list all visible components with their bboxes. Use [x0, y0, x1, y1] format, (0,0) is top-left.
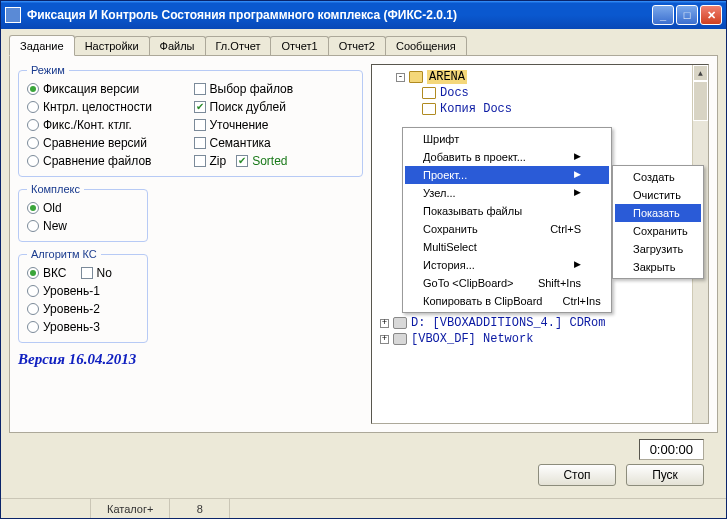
- submenu-arrow-icon: ▶: [574, 169, 581, 181]
- tab-settings[interactable]: Настройки: [74, 36, 150, 55]
- check-zip[interactable]: Zip: [194, 154, 227, 168]
- tab-panel-task: Режим Фиксация версии Выбор файлов Кнтрл…: [9, 55, 718, 433]
- mi-history[interactable]: История...▶: [405, 256, 609, 274]
- radio-compare-files[interactable]: Сравнение файлов: [27, 154, 188, 168]
- client-area: Задание Настройки Файлы Гл.Отчет Отчет1 …: [1, 29, 726, 498]
- radio-komplex-old[interactable]: Old: [27, 201, 139, 215]
- radio-fix-version[interactable]: Фиксация версии: [27, 82, 188, 96]
- submenu-arrow-icon: ▶: [574, 151, 581, 163]
- group-komplex-title: Комплекс: [27, 183, 84, 195]
- context-submenu-project: Создать Очистить Показать Сохранить Загр…: [612, 165, 704, 279]
- statusbar: Каталог+ 8: [1, 498, 726, 518]
- radio-compare-versions[interactable]: Сравнение версий: [27, 136, 188, 150]
- tree-node-network[interactable]: + [VBOX_DF] Network: [374, 331, 706, 347]
- tab-messages[interactable]: Сообщения: [385, 36, 467, 55]
- smi-load[interactable]: Загрузить: [615, 240, 701, 258]
- bottom-bar: 0:00:00 Стоп Пуск: [9, 433, 718, 494]
- window-title: Фиксация И Контроль Состояния программно…: [27, 8, 652, 22]
- tab-main-report[interactable]: Гл.Отчет: [205, 36, 272, 55]
- start-button[interactable]: Пуск: [626, 464, 704, 486]
- group-mode-title: Режим: [27, 64, 69, 76]
- mi-multiselect[interactable]: MultiSelect: [405, 238, 609, 256]
- mi-show-files[interactable]: Показывать файлы: [405, 202, 609, 220]
- group-mode: Режим Фиксация версии Выбор файлов Кнтрл…: [18, 64, 363, 177]
- mi-project[interactable]: Проект...▶: [405, 166, 609, 184]
- page-icon: [422, 87, 436, 99]
- status-catalog: Каталог+: [91, 499, 170, 518]
- check-refine[interactable]: Уточнение: [194, 118, 355, 132]
- mi-font[interactable]: Шрифт: [405, 130, 609, 148]
- radio-level-3[interactable]: Уровень-3: [27, 320, 139, 334]
- left-column: Режим Фиксация версии Выбор файлов Кнтрл…: [18, 64, 363, 424]
- minimize-button[interactable]: _: [652, 5, 674, 25]
- mi-add-to-project[interactable]: Добавить в проект...▶: [405, 148, 609, 166]
- version-label: Версия 16.04.2013: [18, 351, 363, 368]
- group-algo-title: Алгоритм КС: [27, 248, 101, 260]
- app-window: Фиксация И Контроль Состояния программно…: [0, 0, 727, 519]
- mi-save[interactable]: СохранитьCtrl+S: [405, 220, 609, 238]
- tree-view[interactable]: - ARENA Docs Копия Docs +: [371, 64, 709, 424]
- check-find-dupes[interactable]: Поиск дублей: [194, 100, 355, 114]
- scroll-thumb[interactable]: [693, 81, 708, 121]
- radio-level-1[interactable]: Уровень-1: [27, 284, 139, 298]
- status-cell-empty: [1, 499, 91, 518]
- shortcut-label: Ctrl+S: [550, 223, 581, 235]
- folder-icon: [409, 71, 423, 83]
- mi-copy-clipboard[interactable]: Копировать в ClipBoardCtrl+Ins: [405, 292, 609, 310]
- radio-algo-vks[interactable]: ВКС: [27, 266, 67, 280]
- drive-icon: [393, 317, 407, 329]
- window-buttons: _ □ ✕: [652, 5, 722, 25]
- smi-save[interactable]: Сохранить: [615, 222, 701, 240]
- collapse-icon[interactable]: -: [396, 73, 405, 82]
- radio-komplex-new[interactable]: New: [27, 219, 139, 233]
- tab-report2[interactable]: Отчет2: [328, 36, 386, 55]
- check-sorted[interactable]: Sorted: [236, 154, 287, 168]
- smi-create[interactable]: Создать: [615, 168, 701, 186]
- radio-integrity[interactable]: Кнтрл. целостности: [27, 100, 188, 114]
- close-button[interactable]: ✕: [700, 5, 722, 25]
- tree-node-drive-d[interactable]: + D: [VBOXADDITIONS_4.] CDRom: [374, 315, 706, 331]
- submenu-arrow-icon: ▶: [574, 187, 581, 199]
- expand-icon[interactable]: +: [380, 335, 389, 344]
- radio-fix-cont-ktlg[interactable]: Фикс./Конт. ктлг.: [27, 118, 188, 132]
- maximize-button[interactable]: □: [676, 5, 698, 25]
- mi-node[interactable]: Узел...▶: [405, 184, 609, 202]
- submenu-arrow-icon: ▶: [574, 259, 581, 271]
- smi-close[interactable]: Закрыть: [615, 258, 701, 276]
- smi-show[interactable]: Показать: [615, 204, 701, 222]
- status-count: 8: [170, 499, 230, 518]
- tabstrip: Задание Настройки Файлы Гл.Отчет Отчет1 …: [9, 33, 718, 55]
- tree-node-arena[interactable]: - ARENA: [374, 69, 706, 85]
- app-icon: [5, 7, 21, 23]
- shortcut-label: Ctrl+Ins: [563, 295, 601, 307]
- expand-icon[interactable]: +: [380, 319, 389, 328]
- tab-report1[interactable]: Отчет1: [270, 36, 328, 55]
- radio-level-2[interactable]: Уровень-2: [27, 302, 139, 316]
- scroll-up-icon[interactable]: ▲: [693, 65, 708, 81]
- check-choose-files[interactable]: Выбор файлов: [194, 82, 355, 96]
- smi-clear[interactable]: Очистить: [615, 186, 701, 204]
- titlebar: Фиксация И Контроль Состояния программно…: [1, 1, 726, 29]
- stop-button[interactable]: Стоп: [538, 464, 616, 486]
- page-icon: [422, 103, 436, 115]
- check-semantics[interactable]: Семантика: [194, 136, 355, 150]
- tab-files[interactable]: Файлы: [149, 36, 206, 55]
- tab-task[interactable]: Задание: [9, 35, 75, 56]
- timer-display: 0:00:00: [639, 439, 704, 460]
- shortcut-label: Shift+Ins: [538, 277, 581, 289]
- mi-goto-clipboard[interactable]: GoTo <ClipBoard>Shift+Ins: [405, 274, 609, 292]
- group-algo: Алгоритм КС ВКС No Уровень-1 Уровень-2 У…: [18, 248, 148, 343]
- group-komplex: Комплекс Old New: [18, 183, 148, 242]
- tree-node-docs[interactable]: Docs: [374, 85, 706, 101]
- context-menu: Шрифт Добавить в проект...▶ Проект...▶ У…: [402, 127, 612, 313]
- tree-node-docs-copy[interactable]: Копия Docs: [374, 101, 706, 117]
- drive-icon: [393, 333, 407, 345]
- check-algo-no[interactable]: No: [81, 266, 112, 280]
